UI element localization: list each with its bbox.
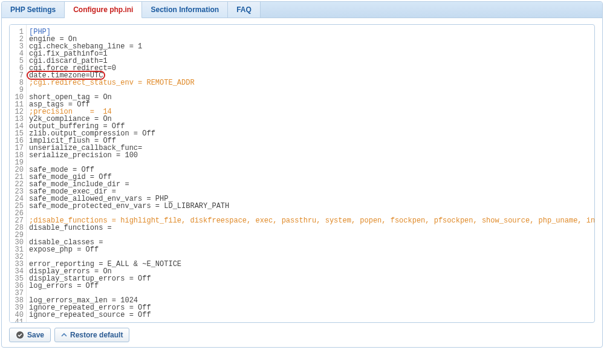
code-line[interactable]: ignore_repeated_source = Off <box>29 311 594 319</box>
save-label: Save <box>27 331 44 339</box>
restore-default-button[interactable]: Restore default <box>54 328 129 342</box>
code-line[interactable] <box>29 159 594 166</box>
code-line[interactable]: ;precision = 14 <box>29 108 594 115</box>
code-line[interactable]: short_open_tag = On <box>29 94 594 101</box>
footer-buttons: Save Restore default <box>9 328 595 342</box>
code-line[interactable]: ;cgi.redirect_status_env = REMOTE_ADDR <box>29 79 594 86</box>
content-area: 1234567891011121314151617181920212223242… <box>2 18 602 347</box>
restore-label: Restore default <box>70 331 123 339</box>
chevron-up-icon <box>61 332 67 338</box>
code-line[interactable] <box>29 232 594 239</box>
tab-bar: PHP SettingsConfigure php.iniSection Inf… <box>2 2 602 18</box>
panel: PHP SettingsConfigure php.iniSection Inf… <box>1 1 603 348</box>
code-line[interactable]: safe_mode_protected_env_vars = LD_LIBRAR… <box>29 203 594 210</box>
code-line[interactable]: cgi.check_shebang_line = 1 <box>29 43 594 50</box>
code-line[interactable]: [PHP] <box>29 28 594 36</box>
code-line[interactable]: log_errors = Off <box>29 282 594 290</box>
code-line[interactable]: serialize_precision = 100 <box>29 152 594 159</box>
code-line[interactable] <box>29 86 594 94</box>
code-line[interactable]: safe_mode = Off <box>29 166 594 174</box>
code-line[interactable]: display_startup_errors = Off <box>29 275 594 282</box>
code-line[interactable]: disable_classes = <box>29 239 594 246</box>
code-line[interactable]: cgi.force_redirect=0 <box>29 65 594 72</box>
tab-configure-php-ini[interactable]: Configure php.ini <box>65 2 142 18</box>
code-line[interactable]: error_reporting = E_ALL & ~E_NOTICE <box>29 261 594 268</box>
tab-faq[interactable]: FAQ <box>228 2 261 18</box>
tab-php-settings[interactable]: PHP Settings <box>2 2 65 18</box>
code-line[interactable]: ;disable_functions = highlight_file, dis… <box>29 217 594 224</box>
tab-section-information[interactable]: Section Information <box>142 2 228 18</box>
line-number-gutter: 1234567891011121314151617181920212223242… <box>10 25 27 322</box>
code-line[interactable]: cgi.fix_pathinfo=1 <box>29 50 594 57</box>
code-line[interactable]: asp_tags = Off <box>29 101 594 108</box>
check-icon <box>16 331 24 339</box>
save-button[interactable]: Save <box>9 328 51 342</box>
code-line[interactable]: disable_functions = <box>29 224 594 232</box>
code-area[interactable]: [PHP]engine = Oncgi.check_shebang_line =… <box>27 25 594 322</box>
code-line[interactable]: expose_php = Off <box>29 246 594 253</box>
code-editor[interactable]: 1234567891011121314151617181920212223242… <box>9 24 595 323</box>
